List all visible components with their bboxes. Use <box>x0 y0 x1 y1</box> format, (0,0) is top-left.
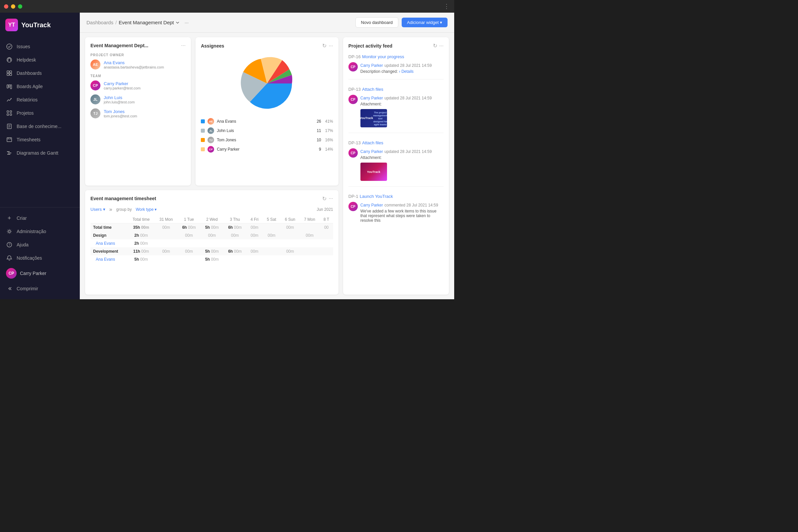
svg-rect-19 <box>7 138 12 141</box>
sidebar-item-label: Diagramas de Gantt <box>17 150 58 156</box>
ts-work-type-filter[interactable]: Work type ▾ <box>136 207 157 212</box>
row-total: 2h 00m <box>127 240 155 247</box>
activity-body: Carry Parker updated 28 Jul 2021 14:59 A… <box>360 95 443 127</box>
refresh-icon[interactable]: ↻ <box>433 42 437 49</box>
cell-8 <box>320 231 333 240</box>
legend-pct: 41% <box>324 119 333 124</box>
owner-name[interactable]: Ana Evans <box>104 60 164 65</box>
activity-link[interactable]: Monitor your progress <box>362 54 404 59</box>
activity-link[interactable]: Launch YouTrack <box>360 194 393 199</box>
minimize-btn[interactable] <box>11 4 15 8</box>
sidebar-item-ajuda[interactable]: ? Ajuda <box>0 238 80 251</box>
row-total: 2h 00m <box>127 231 155 240</box>
cell-5 <box>263 247 281 255</box>
more-options-icon[interactable]: ··· <box>439 43 443 49</box>
activity-desc-link[interactable]: › Details <box>399 69 414 74</box>
maximize-btn[interactable] <box>18 4 22 8</box>
member-name[interactable]: Tom Jones <box>104 109 137 114</box>
refresh-icon[interactable]: ↻ <box>322 42 326 49</box>
sidebar-item-label: Helpdesk <box>17 57 36 62</box>
activity-desc: We've added a few work items to this iss… <box>360 209 443 223</box>
member-name[interactable]: Carry Parker <box>104 81 141 86</box>
sidebar-item-criar[interactable]: + Criar <box>0 211 80 225</box>
plus-icon: + <box>6 215 13 222</box>
activity-username[interactable]: Carry Parker <box>360 96 383 100</box>
activity-attachment: YouTrack The project management tool des… <box>360 109 387 127</box>
activity-meta: updated 28 Jul 2021 14:59 <box>384 149 432 154</box>
widget-title: Event management timesheet <box>91 196 156 201</box>
more-options-icon[interactable]: ··· <box>328 43 333 49</box>
sidebar-item-timesheets[interactable]: Timesheets <box>0 133 80 146</box>
cell-8: 00 <box>320 223 333 231</box>
logo-text: YouTrack <box>21 21 51 29</box>
chevron-down-icon[interactable] <box>175 20 180 25</box>
widget-actions: ··· <box>181 42 186 49</box>
activity-desc: Attachment: <box>360 155 443 160</box>
cell-7 <box>300 247 320 255</box>
more-options-icon[interactable]: ··· <box>328 195 333 202</box>
sidebar-item-boards-agile[interactable]: Boards Agile <box>0 80 80 93</box>
assignees-widget: Assignees ↻ ··· <box>195 37 339 186</box>
sidebar-item-base[interactable]: Base de conhecime... <box>0 120 80 133</box>
ts-arrow-forward[interactable]: » <box>109 207 112 212</box>
cell-1: 6h 00m <box>177 223 201 231</box>
svg-rect-6 <box>7 74 9 75</box>
user-avatar: CP <box>6 268 17 279</box>
sidebar-item-relatorios[interactable]: Relatórios <box>0 93 80 107</box>
more-options-icon[interactable]: ··· <box>181 42 186 49</box>
member-avatar: CP <box>91 80 100 91</box>
activity-desc: Description changed: › Details <box>360 69 443 74</box>
legend-row: TJ Tom Jones 10 16% <box>201 135 333 145</box>
cell-5 <box>263 240 281 247</box>
sidebar-item-label: Comprimir <box>17 286 38 291</box>
activity-username[interactable]: Carry Parker <box>360 63 383 68</box>
svg-rect-10 <box>10 85 12 89</box>
novo-dashboard-button[interactable]: Novo dashboard <box>356 17 398 27</box>
legend-count: 10 <box>313 138 321 142</box>
row-label[interactable]: Ana Evans <box>91 255 127 263</box>
row-label[interactable]: Ana Evans <box>91 240 127 247</box>
team-member: JL John Luis john.luis@test.com <box>91 94 186 104</box>
activity-link[interactable]: Attach files <box>362 140 383 145</box>
adicionar-widget-button[interactable]: Adicionar widget ▾ <box>402 18 448 27</box>
breadcrumb-options[interactable]: ··· <box>185 20 189 25</box>
activity-avatar: CP <box>348 95 358 104</box>
ts-toolbar: Users ▾ » group by Work type ▾ Jun 2021 <box>91 207 333 212</box>
svg-rect-2 <box>8 59 8 61</box>
activity-meta: updated 28 Jul 2021 14:59 <box>384 96 432 100</box>
col-header-total: Total time <box>127 216 155 224</box>
cell-6 <box>280 255 300 263</box>
sidebar-item-dashboards[interactable]: Dashboards <box>0 66 80 80</box>
cell-7 <box>300 223 320 231</box>
member-info: Tom Jones tom.jones@test.com <box>104 109 137 118</box>
sidebar-item-administracao[interactable]: Administração <box>0 225 80 238</box>
activity-username[interactable]: Carry Parker <box>360 203 383 208</box>
legend-avatar: TJ <box>208 137 214 143</box>
sidebar-username: Carry Parker <box>20 271 46 276</box>
sidebar-item-notificacoes[interactable]: Notificações <box>0 251 80 265</box>
member-name[interactable]: John Luis <box>104 95 135 100</box>
activity-username[interactable]: Carry Parker <box>360 149 383 154</box>
sidebar-item-helpdesk[interactable]: Helpdesk <box>0 53 80 66</box>
sidebar-item-collapse[interactable]: Comprimir <box>0 282 80 295</box>
activity-item: DP-1 Launch YouTrack CP Carry Parker com… <box>348 193 443 228</box>
legend-count: 9 <box>313 147 321 152</box>
col-header-8: 8 T <box>320 216 333 224</box>
sidebar-item-diagramas[interactable]: Diagramas de Gantt <box>0 146 80 159</box>
activity-feed-widget: Project activity feed ↻ ··· DP-16 Monito… <box>343 37 449 294</box>
cell-3: 6h 00m <box>224 247 246 255</box>
activity-link[interactable]: Attach files <box>362 87 383 92</box>
ts-users-filter[interactable]: Users ▾ <box>91 207 106 212</box>
close-btn[interactable] <box>4 4 8 8</box>
sidebar-item-projetos[interactable]: Projetos <box>0 107 80 120</box>
sidebar-item-issues[interactable]: Issues <box>0 40 80 53</box>
legend-name: Carry Parker <box>217 147 310 152</box>
member-avatar: TJ <box>91 108 100 118</box>
titlebar-menu[interactable]: ⋮ <box>443 3 450 10</box>
refresh-icon[interactable]: ↻ <box>322 195 326 202</box>
col-header-5: 5 Sat <box>263 216 281 224</box>
timesheet-table: Total time 31 Mon 1 Tue 2 Wed 3 Thu 4 Fr… <box>91 216 333 263</box>
sidebar-logo[interactable]: YT YouTrack <box>0 13 80 37</box>
breadcrumb-parent[interactable]: Dashboards <box>87 20 113 25</box>
sidebar-user[interactable]: CP Carry Parker <box>0 265 80 282</box>
